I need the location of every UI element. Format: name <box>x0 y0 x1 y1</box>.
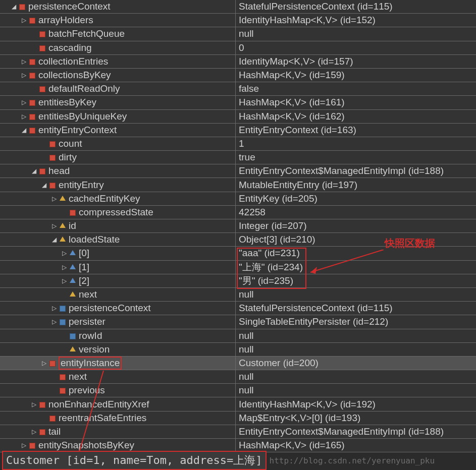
field-name: tail <box>48 426 61 437</box>
chevron-down-icon[interactable]: ◢ <box>40 182 47 189</box>
chevron-right-icon[interactable]: ▷ <box>50 318 58 325</box>
chevron-right-icon[interactable]: ▷ <box>50 305 58 312</box>
table-row[interactable]: defaultReadOnlyfalse <box>0 82 476 96</box>
field-icon <box>39 86 45 92</box>
table-row[interactable]: ▷arrayHoldersIdentityHashMap<K,V> (id=15… <box>0 14 476 27</box>
table-row[interactable]: ◢entityEntryMutableEntityEntry (id=197) <box>0 178 476 192</box>
field-icon <box>60 306 66 312</box>
chevron-down-icon[interactable]: ◢ <box>30 167 37 174</box>
chevron-down-icon[interactable]: ◢ <box>10 3 17 10</box>
field-icon <box>49 155 56 161</box>
name-cell: compressedState <box>0 206 236 219</box>
table-row[interactable]: ▷entitiesByKeyHashMap<K,V> (id=161) <box>0 96 476 109</box>
value-cell: SingleTableEntityPersister (id=212) <box>236 316 476 327</box>
value-cell: null <box>236 371 476 382</box>
table-row[interactable]: ◢entityEntryContextEntityEntryContext (i… <box>0 124 476 137</box>
chevron-right-icon[interactable]: ▷ <box>20 442 27 449</box>
chevron-down-icon[interactable]: ◢ <box>50 236 58 243</box>
chevron-down-icon[interactable]: ◢ <box>20 127 27 134</box>
table-row[interactable]: ▷collectionsByKeyHashMap<K,V> (id=159) <box>0 69 476 82</box>
name-cell: ▷[0] <box>0 247 236 260</box>
tostring-output: Customer [id=1, name=Tom, address=上海] <box>2 451 267 470</box>
table-row[interactable]: ▷collectionEntriesIdentityMap<K,V> (id=1… <box>0 55 476 69</box>
value-cell: HashMap<K,V> (id=161) <box>236 97 476 108</box>
field-name: dirty <box>59 152 77 163</box>
table-row[interactable]: count1 <box>0 137 476 151</box>
table-row[interactable]: rowIdnull <box>0 329 476 343</box>
field-icon <box>49 141 56 147</box>
table-row[interactable]: ◢persistenceContextStatefulPersistenceCo… <box>0 0 476 14</box>
field-icon <box>39 429 45 435</box>
table-row[interactable]: ▷nonEnhancedEntityXrefIdentityHashMap<K,… <box>0 397 476 411</box>
field-icon <box>60 223 66 228</box>
table-row[interactable]: reentrantSafeEntriesMap$Entry<K,V>[0] (i… <box>0 412 476 425</box>
chevron-right-icon[interactable]: ▷ <box>20 99 27 106</box>
watermark-url: http://blog.csdn.net/yerenyuan_pku <box>270 456 435 465</box>
field-icon <box>60 237 66 242</box>
value-cell: HashMap<K,V> (id=162) <box>236 111 476 122</box>
chevron-right-icon[interactable]: ▷ <box>61 264 68 271</box>
chevron-right-icon[interactable]: ▷ <box>20 17 27 24</box>
chevron-right-icon[interactable]: ▷ <box>61 277 68 284</box>
field-name: rowId <box>79 330 102 341</box>
table-row[interactable]: ◢headEntityEntryContext$ManagedEntityImp… <box>0 164 476 178</box>
chevron-right-icon[interactable]: ▷ <box>50 222 58 229</box>
table-row[interactable]: ▷[1]"上海" (id=234) <box>0 261 476 274</box>
table-row[interactable]: ▷entityInstanceCustomer (id=200) <box>0 357 476 370</box>
chevron-right-icon[interactable]: ▷ <box>30 428 37 435</box>
field-name: persistenceContext <box>28 1 111 12</box>
field-name: id <box>69 220 76 231</box>
value-cell: EntityEntryContext (id=163) <box>236 125 476 136</box>
field-icon <box>60 196 66 201</box>
table-row[interactable]: dirtytrue <box>0 151 476 164</box>
field-icon <box>29 128 35 134</box>
name-cell: ▷entityInstance <box>0 357 236 370</box>
chevron-right-icon[interactable]: ▷ <box>20 58 27 65</box>
chevron-right-icon[interactable]: ▷ <box>50 195 58 202</box>
field-icon <box>29 100 35 106</box>
value-cell: Object[3] (id=210) <box>236 234 476 245</box>
field-icon <box>70 278 76 283</box>
name-cell: previous <box>0 384 236 397</box>
field-icon <box>39 402 45 408</box>
table-row[interactable]: nextnull <box>0 288 476 302</box>
value-cell: "男" (id=235) <box>236 274 476 287</box>
table-row[interactable]: compressedState42258 <box>0 206 476 219</box>
name-cell: ◢loadedState <box>0 233 236 246</box>
name-cell: defaultReadOnly <box>0 82 236 95</box>
table-row[interactable]: ▷cachedEntityKeyEntityKey (id=205) <box>0 192 476 206</box>
value-cell: false <box>236 83 476 94</box>
table-row[interactable]: ▷tailEntityEntryContext$ManagedEntityImp… <box>0 425 476 439</box>
field-name: entityEntryContext <box>38 125 117 136</box>
chevron-right-icon[interactable]: ▷ <box>30 401 37 408</box>
table-row[interactable]: ▷idInteger (id=207) <box>0 219 476 233</box>
name-cell: ▷cachedEntityKey <box>0 192 236 205</box>
name-cell: reentrantSafeEntries <box>0 412 236 425</box>
table-row[interactable]: versionnull <box>0 343 476 357</box>
name-cell: count <box>0 137 236 150</box>
chevron-right-icon[interactable]: ▷ <box>20 113 27 120</box>
chevron-right-icon[interactable]: ▷ <box>61 250 68 257</box>
chevron-right-icon[interactable]: ▷ <box>40 360 47 367</box>
table-row[interactable]: nextnull <box>0 370 476 384</box>
chevron-right-icon[interactable]: ▷ <box>20 72 27 79</box>
name-cell: cascading <box>0 41 236 54</box>
table-row[interactable]: batchFetchQueuenull <box>0 27 476 41</box>
table-row[interactable]: previousnull <box>0 384 476 397</box>
table-row[interactable]: ▷entitiesByUniqueKeyHashMap<K,V> (id=162… <box>0 110 476 124</box>
field-name: nonEnhancedEntityXref <box>48 399 149 410</box>
value-cell: 0 <box>236 42 476 53</box>
name-cell: ▷tail <box>0 425 236 438</box>
table-row[interactable]: ▷persistenceContextStatefulPersistenceCo… <box>0 302 476 315</box>
field-name: entityInstance <box>59 357 122 370</box>
value-cell: Customer (id=200) <box>236 358 476 369</box>
value-cell: 42258 <box>236 207 476 218</box>
field-name: reentrantSafeEntries <box>59 413 146 424</box>
field-icon <box>39 31 45 37</box>
table-row[interactable]: cascading0 <box>0 41 476 55</box>
table-row[interactable]: ▷persisterSingleTableEntityPersister (id… <box>0 315 476 329</box>
field-name: version <box>79 344 110 355</box>
field-icon <box>39 45 45 51</box>
table-row[interactable]: ▷[2]"男" (id=235) <box>0 274 476 288</box>
field-name: head <box>48 165 70 177</box>
